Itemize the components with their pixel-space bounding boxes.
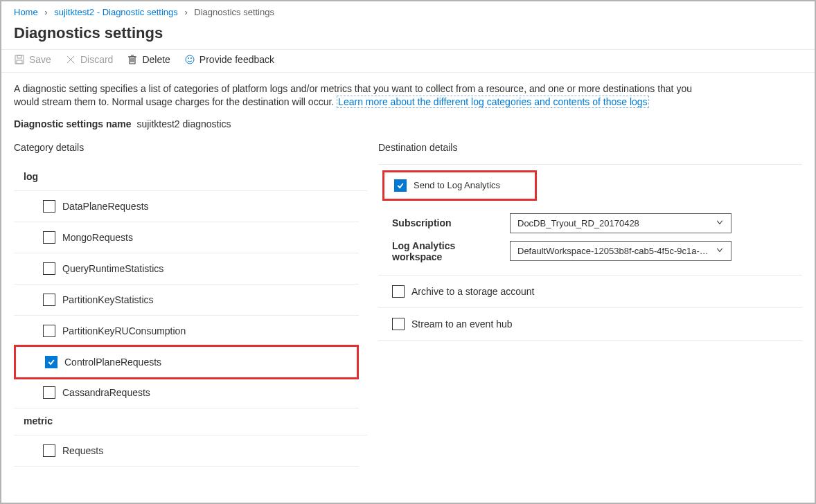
toolbar: Save Discard Delete Provide feedback <box>1 49 815 73</box>
trash-icon <box>127 54 138 65</box>
workspace-label: Log Analytics workspace <box>392 240 503 262</box>
subscription-row: Subscription DocDB_Tryout_RD_20170428 <box>392 213 802 233</box>
chevron-right-icon: › <box>44 7 47 17</box>
category-requests[interactable]: Requests <box>14 435 359 467</box>
settings-name-value: sujitktest2 diagnostics <box>136 118 231 129</box>
checkbox-unchecked-icon[interactable] <box>43 200 55 213</box>
checkbox-unchecked-icon[interactable] <box>392 285 405 298</box>
page-title: Diagnostics settings <box>1 21 815 49</box>
checkbox-unchecked-icon[interactable] <box>43 262 55 275</box>
delete-label: Delete <box>142 54 170 65</box>
category-partitionkeyruconsumption[interactable]: PartitionKeyRUConsumption <box>14 316 359 347</box>
save-label: Save <box>29 54 51 65</box>
category-label: MongoRequests <box>62 232 133 243</box>
learn-more-link[interactable]: Learn more about the different log categ… <box>337 96 648 108</box>
checkbox-unchecked-icon[interactable] <box>43 325 55 337</box>
category-label: ControlPlaneRequests <box>64 357 161 368</box>
subscription-value: DocDB_Tryout_RD_20170428 <box>517 218 639 228</box>
discard-button[interactable]: Discard <box>65 54 113 65</box>
checkbox-checked-icon[interactable] <box>45 356 57 368</box>
checkbox-unchecked-icon[interactable] <box>43 386 55 399</box>
category-label: DataPlaneRequests <box>62 201 149 212</box>
category-label: PartitionKeyRUConsumption <box>62 325 186 336</box>
category-controlplanerequests[interactable]: ControlPlaneRequests <box>14 345 359 379</box>
svg-point-12 <box>188 58 188 59</box>
category-partitionkeystatistics[interactable]: PartitionKeyStatistics <box>14 285 359 316</box>
svg-rect-2 <box>17 60 22 64</box>
svg-rect-1 <box>17 55 21 58</box>
checkbox-unchecked-icon[interactable] <box>43 231 55 244</box>
checkbox-checked-icon[interactable] <box>394 179 407 192</box>
destination-label: Archive to a storage account <box>411 286 534 297</box>
category-header: Category details <box>14 142 367 153</box>
save-icon <box>14 54 25 65</box>
description-text: A diagnostic setting specifies a list of… <box>14 82 700 109</box>
category-label: QueryRuntimeStatistics <box>62 263 163 274</box>
workspace-dropdown[interactable]: DefaultWorkspace-12053b8f-cab5-4f5c-9c1a… <box>510 241 731 261</box>
category-mongorequests[interactable]: MongoRequests <box>14 222 359 253</box>
chevron-down-icon <box>716 246 724 256</box>
destination-log-analytics[interactable]: Send to Log Analytics <box>382 170 537 201</box>
workspace-row: Log Analytics workspace DefaultWorkspace… <box>392 240 802 262</box>
svg-point-13 <box>190 58 191 59</box>
destination-event-hub[interactable]: Stream to an event hub <box>378 308 802 341</box>
delete-button[interactable]: Delete <box>127 54 170 65</box>
category-cassandrarequests[interactable]: CassandraRequests <box>14 377 359 408</box>
smile-icon <box>184 54 195 65</box>
breadcrumb-current: Diagnostics settings <box>194 7 274 17</box>
subscription-label: Subscription <box>392 217 503 228</box>
category-label: Requests <box>62 445 103 456</box>
settings-name-row: Diagnostic settings name sujitktest2 dia… <box>14 118 802 129</box>
chevron-down-icon <box>716 218 724 228</box>
category-label: PartitionKeyStatistics <box>62 294 154 305</box>
category-dataplanerequests[interactable]: DataPlaneRequests <box>14 191 359 222</box>
subscription-dropdown[interactable]: DocDB_Tryout_RD_20170428 <box>510 213 731 233</box>
breadcrumb-home[interactable]: Home <box>14 7 38 17</box>
checkbox-unchecked-icon[interactable] <box>43 294 55 306</box>
breadcrumb-level1[interactable]: sujitktest2 - Diagnostic settings <box>54 7 177 17</box>
breadcrumb: Home › sujitktest2 - Diagnostic settings… <box>1 1 815 21</box>
feedback-button[interactable]: Provide feedback <box>184 54 274 65</box>
destination-archive-storage[interactable]: Archive to a storage account <box>378 276 802 308</box>
destination-label: Send to Log Analytics <box>414 180 500 190</box>
category-label: CassandraRequests <box>62 387 150 398</box>
svg-point-11 <box>186 55 194 64</box>
discard-label: Discard <box>80 54 113 65</box>
settings-name-label: Diagnostic settings name <box>14 118 132 129</box>
category-queryruntimestatistics[interactable]: QueryRuntimeStatistics <box>14 253 359 285</box>
checkbox-unchecked-icon[interactable] <box>43 444 55 457</box>
destination-header: Destination details <box>378 142 802 153</box>
destination-label: Stream to an event hub <box>411 318 513 330</box>
checkbox-unchecked-icon[interactable] <box>392 318 405 330</box>
group-metric: metric <box>14 408 367 435</box>
save-button[interactable]: Save <box>14 54 51 65</box>
group-log: log <box>14 164 367 191</box>
chevron-right-icon: › <box>184 7 187 17</box>
workspace-value: DefaultWorkspace-12053b8f-cab5-4f5c-9c1a… <box>517 246 711 256</box>
feedback-label: Provide feedback <box>199 54 274 65</box>
close-icon <box>65 54 76 65</box>
